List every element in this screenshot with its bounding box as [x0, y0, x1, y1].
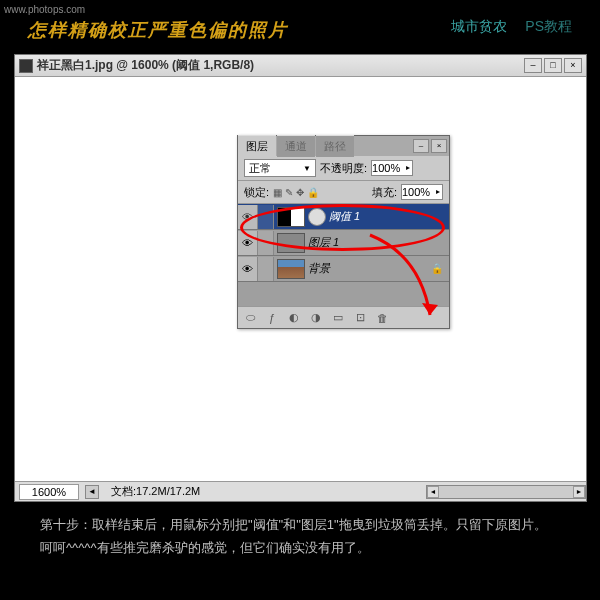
layer-threshold[interactable]: 👁 阈值 1	[238, 204, 449, 230]
blend-row: 正常▼ 不透明度: 100%▸	[238, 156, 449, 181]
fill-label: 填充:	[372, 185, 397, 200]
lock-label: 锁定:	[244, 185, 269, 200]
tab-paths[interactable]: 路径	[316, 135, 354, 157]
visibility-icon[interactable]: 👁	[238, 231, 258, 255]
new-layer-icon[interactable]: ⊡	[352, 311, 368, 324]
scroll-left-arrow[interactable]: ◄	[427, 486, 439, 498]
layer-background[interactable]: 👁 背景 🔒	[238, 256, 449, 282]
window-title: 祥正黑白1.jpg @ 1600% (阈值 1,RGB/8)	[37, 57, 524, 74]
layer-1[interactable]: 👁 图层 1	[238, 230, 449, 256]
layer-thumb	[277, 259, 305, 279]
layers-footer: ⬭ ƒ ◐ ◑ ▭ ⊡ 🗑	[238, 306, 449, 328]
visibility-icon[interactable]: 👁	[238, 257, 258, 281]
blend-mode-select[interactable]: 正常▼	[244, 159, 316, 177]
folder-icon[interactable]: ▭	[330, 311, 346, 324]
adjustment-new-icon[interactable]: ◑	[308, 311, 324, 324]
lock-paint-icon[interactable]: ✎	[285, 187, 293, 198]
status-bar: 1600% ◄ 文档:17.2M/17.2M ◄ ►	[15, 481, 586, 501]
watermark: www.photops.com	[4, 4, 85, 15]
tutorial-note: 呵呵^^^^^有些推完磨杀驴的感觉，但它们确实没有用了。	[14, 536, 586, 559]
layer-thumb	[277, 207, 305, 227]
scrollbar-horizontal[interactable]: ◄ ►	[426, 485, 586, 499]
lock-all-icon[interactable]: 🔒	[307, 187, 319, 198]
zoom-input[interactable]: 1600%	[19, 484, 79, 500]
visibility-icon[interactable]: 👁	[238, 205, 258, 229]
layer-name: 图层 1	[308, 235, 339, 250]
trash-icon[interactable]: 🗑	[374, 312, 390, 324]
lock-icons: ▦ ✎ ✥ 🔒	[273, 187, 319, 198]
panel-tabs: 图层 通道 路径 – ×	[238, 136, 449, 156]
link-tutorials[interactable]: PS教程	[525, 18, 572, 42]
minimize-button[interactable]: –	[524, 58, 542, 73]
doc-info: 文档:17.2M/17.2M	[111, 484, 200, 499]
fx-icon[interactable]: ƒ	[264, 312, 280, 324]
tab-layers[interactable]: 图层	[238, 135, 276, 157]
tutorial-text: 第十步：取样结束后，用鼠标分别把"阈值"和"图层1"拖曳到垃圾筒丢掉。只留下原图…	[14, 513, 586, 560]
window-buttons: – □ ×	[524, 58, 582, 73]
close-button[interactable]: ×	[564, 58, 582, 73]
layer-name: 背景	[308, 261, 330, 276]
maximize-button[interactable]: □	[544, 58, 562, 73]
layer-thumb	[277, 233, 305, 253]
fill-input[interactable]: 100%▸	[401, 184, 443, 200]
tutorial-step: 第十步：取样结束后，用鼠标分别把"阈值"和"图层1"拖曳到垃圾筒丢掉。只留下原图…	[14, 513, 586, 536]
link-author[interactable]: 城市贫农	[451, 18, 507, 42]
page-header: 怎样精确校正严重色偏的照片 城市贫农 PS教程	[0, 0, 600, 54]
header-links: 城市贫农 PS教程	[451, 18, 572, 42]
panel-minimize-icon[interactable]: –	[413, 139, 429, 153]
layers-panel: 图层 通道 路径 – × 正常▼ 不透明度: 100%▸ 锁定: ▦ ✎ ✥ 🔒…	[237, 135, 450, 329]
mask-icon[interactable]: ◐	[286, 311, 302, 324]
page-title: 怎样精确校正严重色偏的照片	[28, 18, 288, 42]
opacity-label: 不透明度:	[320, 161, 367, 176]
layer-list: 👁 阈值 1 👁 图层 1 👁 背景 🔒	[238, 204, 449, 306]
lock-move-icon[interactable]: ✥	[296, 187, 304, 198]
layer-name: 阈值 1	[329, 209, 360, 224]
scroll-left-icon[interactable]: ◄	[85, 485, 99, 499]
opacity-input[interactable]: 100%▸	[371, 160, 413, 176]
tab-channels[interactable]: 通道	[277, 135, 315, 157]
lock-row: 锁定: ▦ ✎ ✥ 🔒 填充: 100%▸	[238, 181, 449, 204]
app-icon	[19, 59, 33, 73]
panel-close-icon[interactable]: ×	[431, 139, 447, 153]
lock-icon: 🔒	[431, 263, 443, 274]
adjustment-icon	[308, 208, 326, 226]
link-layers-icon[interactable]: ⬭	[242, 311, 258, 324]
titlebar: 祥正黑白1.jpg @ 1600% (阈值 1,RGB/8) – □ ×	[15, 55, 586, 77]
scroll-right-arrow[interactable]: ►	[573, 486, 585, 498]
lock-transparent-icon[interactable]: ▦	[273, 187, 282, 198]
